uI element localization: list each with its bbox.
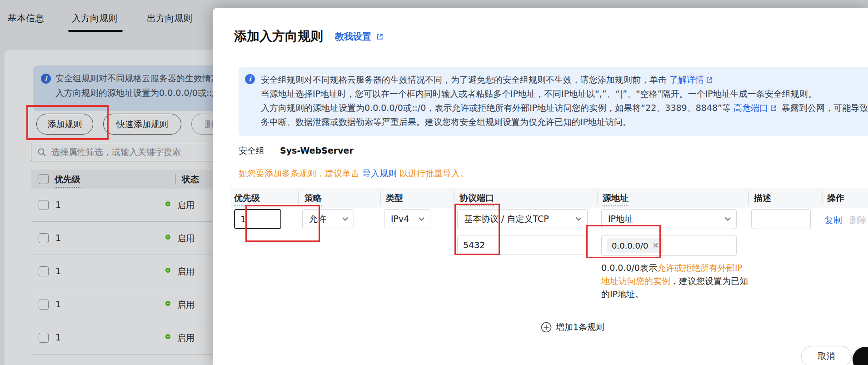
search-input[interactable] xyxy=(51,144,219,160)
description-input[interactable] xyxy=(751,209,811,229)
teach-me-label: 教我设置 xyxy=(335,30,371,43)
security-group-label: 安全组 xyxy=(239,145,264,155)
status-enabled-icon xyxy=(165,268,170,273)
table-row: 1 启用 xyxy=(31,222,231,255)
banner-text: 暴露到公网，可能导致网络入侵，业 xyxy=(779,103,868,113)
delete-rule-link: 删除 xyxy=(849,215,867,226)
select-all-checkbox[interactable] xyxy=(39,174,49,184)
banner-text: 入方向规则的源地址设置为0.0.0.0/0或::/0， xyxy=(55,87,229,99)
circle-plus-icon xyxy=(541,322,552,333)
source-type-value: IP地址 xyxy=(608,214,633,224)
source-type-select[interactable]: IP地址 xyxy=(601,209,737,229)
priority-input[interactable] xyxy=(234,209,281,229)
form-header-source: 源地址 xyxy=(603,192,629,206)
hint-text: 以进行批量导入。 xyxy=(397,168,469,178)
tab-basic-info[interactable]: 基本信息 xyxy=(8,12,44,25)
form-header-priority: 优先级 xyxy=(234,192,260,206)
table-row: 1 启用 xyxy=(31,321,231,355)
type-value: IPv4 xyxy=(391,214,409,224)
row-checkbox[interactable] xyxy=(39,200,49,210)
form-header-description: 描述 xyxy=(754,192,771,204)
row-checkbox[interactable] xyxy=(39,233,49,243)
screen: 基本信息 入方向规则 出方向规则 i 安全组规则对不同规格云服务器的生效情况不同… xyxy=(0,0,868,365)
quick-add-rule-button[interactable]: 快速添加规则 xyxy=(103,114,181,135)
teach-me-link[interactable]: 教我设置 xyxy=(335,30,385,43)
chevron-down-icon xyxy=(576,215,582,221)
form-header-strategy: 策略 xyxy=(304,192,322,206)
table-row: 1 启用 xyxy=(31,288,231,321)
info-icon: i xyxy=(245,74,255,84)
hint-text: 0.0.0.0/0表示 xyxy=(601,263,657,273)
status-column-header: 状态 xyxy=(182,174,199,185)
strategy-value: 允许 xyxy=(309,214,326,224)
row-checkbox[interactable] xyxy=(39,266,49,276)
form-header-action: 操作 xyxy=(827,192,844,204)
strategy-select[interactable]: 允许 xyxy=(302,209,354,229)
external-link-icon xyxy=(706,76,713,84)
chevron-down-icon xyxy=(419,215,424,221)
status-cell: 启用 xyxy=(177,200,195,211)
protocol-value: 基本协议 / 自定义TCP xyxy=(464,214,549,224)
table-row: 1 启用 xyxy=(31,189,231,222)
column-divider xyxy=(748,191,749,205)
banner-line-4: 务中断、数据泄露或数据勒索等严重后果。建议您将安全组规则设置为仅允许已知的IP地… xyxy=(261,115,861,129)
floating-assistant-button[interactable] xyxy=(853,347,868,365)
high-risk-ports-link[interactable]: 高危端口 xyxy=(733,103,768,113)
column-divider xyxy=(822,191,823,205)
copy-rule-link[interactable]: 复制 xyxy=(825,215,842,226)
type-select[interactable]: IPv4 xyxy=(384,209,430,229)
status-cell: 启用 xyxy=(177,299,195,311)
ip-tag-value: 0.0.0.0/0 xyxy=(612,241,649,250)
status-cell: 启用 xyxy=(177,266,195,278)
row-checkbox[interactable] xyxy=(39,333,49,343)
import-rules-link[interactable]: 导入规则 xyxy=(362,168,397,178)
row-checkbox[interactable] xyxy=(39,300,49,310)
search-icon xyxy=(37,148,46,157)
priority-column-header: 优先级 xyxy=(55,174,80,188)
priority-cell: 1 xyxy=(55,233,61,243)
add-inbound-rule-dialog: 添加入方向规则 教我设置 i 安全组规则对不同规格云服务器的生效情况不同，为了避… xyxy=(213,8,868,365)
protocol-select[interactable]: 基本协议 / 自定义TCP xyxy=(457,209,588,229)
banner-line-3: 入方向规则的源地址设置为0.0.0.0/0或::/0，表示允许或拒绝所有外部IP… xyxy=(261,101,861,115)
priority-cell: 1 xyxy=(55,299,61,309)
info-icon: i xyxy=(41,74,51,84)
column-divider xyxy=(380,191,381,205)
form-header-protocol-port: 协议端口 xyxy=(459,192,494,206)
source-address-hint: 0.0.0.0/0表示允许或拒绝所有外部IP地址访问您的实例，建议您设置为已知的… xyxy=(601,261,749,301)
priority-cell: 1 xyxy=(55,332,61,342)
column-divider xyxy=(597,191,598,205)
remove-tag-icon[interactable]: ✕ xyxy=(653,241,659,250)
column-divider xyxy=(298,191,299,205)
port-input[interactable] xyxy=(457,235,588,255)
chevron-down-icon xyxy=(342,215,348,221)
learn-more-link[interactable]: 了解详情 xyxy=(669,75,704,85)
import-rules-hint: 如您要添加多条规则，建议单击 导入规则 以进行批量导入。 xyxy=(239,168,469,180)
tab-outbound-rules[interactable]: 出方向规则 xyxy=(147,12,192,25)
priority-cell: 1 xyxy=(55,200,61,210)
add-rule-button[interactable]: 添加规则 xyxy=(36,114,93,135)
cancel-button[interactable]: 取消 xyxy=(801,346,852,365)
status-enabled-icon xyxy=(165,301,170,306)
banner-text: 安全组规则对不同规格云服务器的生效情况不同，为了避免您的安全组规则不生效，请您添… xyxy=(261,75,669,85)
column-divider xyxy=(175,174,176,185)
search-box[interactable] xyxy=(31,143,224,161)
ip-address-tag: 0.0.0.0/0 ✕ xyxy=(607,238,663,253)
dialog-title: 添加入方向规则 xyxy=(234,28,323,45)
add-one-rule-button[interactable]: 增加1条规则 xyxy=(541,321,604,333)
form-header-type: 类型 xyxy=(386,192,403,204)
table-header: 优先级 状态 xyxy=(31,170,231,189)
status-enabled-icon xyxy=(165,334,170,339)
rules-table: 优先级 状态 1 启用 1 启用 1 启用 xyxy=(31,170,231,355)
status-enabled-icon xyxy=(165,201,170,206)
status-enabled-icon xyxy=(165,235,170,240)
add-one-rule-label: 增加1条规则 xyxy=(556,321,604,333)
banner-text: 入方向规则的源地址设置为0.0.0.0/0或::/0，表示允许或拒绝所有外部IP… xyxy=(261,103,733,113)
hint-text: 如您要添加多条规则，建议单击 xyxy=(239,168,362,178)
source-address-input[interactable]: 0.0.0.0/0 ✕ xyxy=(601,235,737,256)
column-divider xyxy=(454,191,454,205)
external-link-icon xyxy=(376,33,384,40)
active-tab-indicator xyxy=(68,30,123,32)
form-header-band xyxy=(231,188,868,208)
tab-inbound-rules[interactable]: 入方向规则 xyxy=(72,12,117,25)
security-group-value: Sys-WebServer xyxy=(280,145,354,155)
